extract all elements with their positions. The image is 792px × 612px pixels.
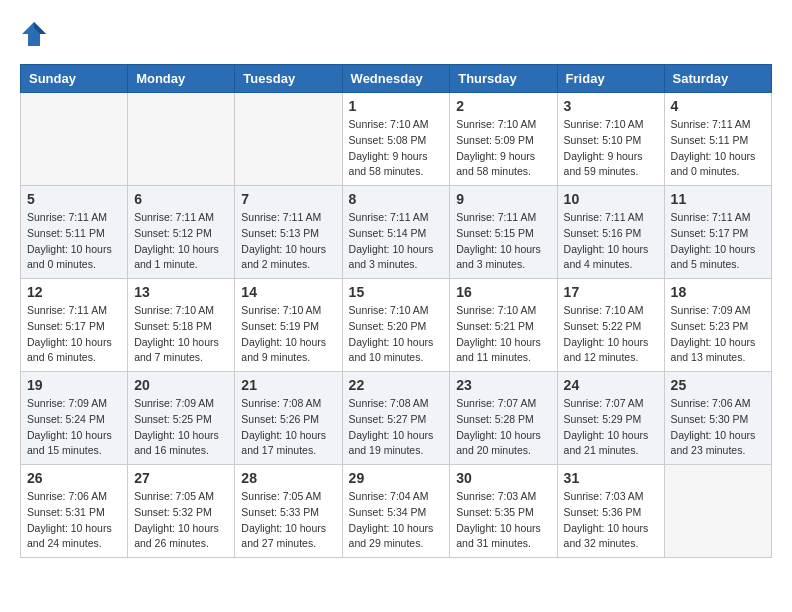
day-info: Sunrise: 7:10 AMSunset: 5:21 PMDaylight:…: [456, 303, 550, 366]
calendar-table: SundayMondayTuesdayWednesdayThursdayFrid…: [20, 64, 772, 558]
day-number: 1: [349, 98, 444, 114]
calendar-day-cell: [128, 93, 235, 186]
calendar-day-cell: 3Sunrise: 7:10 AMSunset: 5:10 PMDaylight…: [557, 93, 664, 186]
day-info: Sunrise: 7:11 AMSunset: 5:11 PMDaylight:…: [671, 117, 765, 180]
calendar-week-row: 26Sunrise: 7:06 AMSunset: 5:31 PMDayligh…: [21, 465, 772, 558]
day-number: 8: [349, 191, 444, 207]
day-number: 4: [671, 98, 765, 114]
calendar-day-cell: 8Sunrise: 7:11 AMSunset: 5:14 PMDaylight…: [342, 186, 450, 279]
day-number: 3: [564, 98, 658, 114]
day-number: 22: [349, 377, 444, 393]
calendar-day-cell: 10Sunrise: 7:11 AMSunset: 5:16 PMDayligh…: [557, 186, 664, 279]
day-info: Sunrise: 7:10 AMSunset: 5:18 PMDaylight:…: [134, 303, 228, 366]
day-info: Sunrise: 7:05 AMSunset: 5:33 PMDaylight:…: [241, 489, 335, 552]
calendar-day-cell: 18Sunrise: 7:09 AMSunset: 5:23 PMDayligh…: [664, 279, 771, 372]
day-number: 23: [456, 377, 550, 393]
calendar-day-cell: 15Sunrise: 7:10 AMSunset: 5:20 PMDayligh…: [342, 279, 450, 372]
day-info: Sunrise: 7:09 AMSunset: 5:23 PMDaylight:…: [671, 303, 765, 366]
day-info: Sunrise: 7:10 AMSunset: 5:20 PMDaylight:…: [349, 303, 444, 366]
day-info: Sunrise: 7:06 AMSunset: 5:31 PMDaylight:…: [27, 489, 121, 552]
day-info: Sunrise: 7:04 AMSunset: 5:34 PMDaylight:…: [349, 489, 444, 552]
calendar-day-cell: 4Sunrise: 7:11 AMSunset: 5:11 PMDaylight…: [664, 93, 771, 186]
calendar-day-cell: 1Sunrise: 7:10 AMSunset: 5:08 PMDaylight…: [342, 93, 450, 186]
day-number: 5: [27, 191, 121, 207]
day-number: 2: [456, 98, 550, 114]
calendar-day-cell: 31Sunrise: 7:03 AMSunset: 5:36 PMDayligh…: [557, 465, 664, 558]
calendar-day-cell: 14Sunrise: 7:10 AMSunset: 5:19 PMDayligh…: [235, 279, 342, 372]
calendar-day-cell: [664, 465, 771, 558]
day-info: Sunrise: 7:03 AMSunset: 5:36 PMDaylight:…: [564, 489, 658, 552]
calendar-day-cell: 26Sunrise: 7:06 AMSunset: 5:31 PMDayligh…: [21, 465, 128, 558]
day-info: Sunrise: 7:11 AMSunset: 5:16 PMDaylight:…: [564, 210, 658, 273]
weekday-header: Tuesday: [235, 65, 342, 93]
calendar-day-cell: 7Sunrise: 7:11 AMSunset: 5:13 PMDaylight…: [235, 186, 342, 279]
day-number: 28: [241, 470, 335, 486]
day-number: 25: [671, 377, 765, 393]
day-info: Sunrise: 7:08 AMSunset: 5:27 PMDaylight:…: [349, 396, 444, 459]
calendar-week-row: 1Sunrise: 7:10 AMSunset: 5:08 PMDaylight…: [21, 93, 772, 186]
day-info: Sunrise: 7:09 AMSunset: 5:24 PMDaylight:…: [27, 396, 121, 459]
calendar-day-cell: 22Sunrise: 7:08 AMSunset: 5:27 PMDayligh…: [342, 372, 450, 465]
weekday-header: Monday: [128, 65, 235, 93]
day-number: 15: [349, 284, 444, 300]
calendar-week-row: 19Sunrise: 7:09 AMSunset: 5:24 PMDayligh…: [21, 372, 772, 465]
day-number: 11: [671, 191, 765, 207]
day-info: Sunrise: 7:10 AMSunset: 5:19 PMDaylight:…: [241, 303, 335, 366]
day-number: 26: [27, 470, 121, 486]
calendar-day-cell: 11Sunrise: 7:11 AMSunset: 5:17 PMDayligh…: [664, 186, 771, 279]
calendar-day-cell: 2Sunrise: 7:10 AMSunset: 5:09 PMDaylight…: [450, 93, 557, 186]
day-number: 17: [564, 284, 658, 300]
calendar-week-row: 5Sunrise: 7:11 AMSunset: 5:11 PMDaylight…: [21, 186, 772, 279]
day-number: 10: [564, 191, 658, 207]
day-number: 29: [349, 470, 444, 486]
day-number: 18: [671, 284, 765, 300]
day-number: 24: [564, 377, 658, 393]
day-number: 12: [27, 284, 121, 300]
day-number: 20: [134, 377, 228, 393]
calendar-day-cell: 27Sunrise: 7:05 AMSunset: 5:32 PMDayligh…: [128, 465, 235, 558]
day-info: Sunrise: 7:10 AMSunset: 5:10 PMDaylight:…: [564, 117, 658, 180]
weekday-header: Friday: [557, 65, 664, 93]
calendar-day-cell: 16Sunrise: 7:10 AMSunset: 5:21 PMDayligh…: [450, 279, 557, 372]
calendar-day-cell: 30Sunrise: 7:03 AMSunset: 5:35 PMDayligh…: [450, 465, 557, 558]
day-info: Sunrise: 7:08 AMSunset: 5:26 PMDaylight:…: [241, 396, 335, 459]
calendar-day-cell: [21, 93, 128, 186]
day-info: Sunrise: 7:11 AMSunset: 5:17 PMDaylight:…: [671, 210, 765, 273]
day-number: 9: [456, 191, 550, 207]
day-info: Sunrise: 7:11 AMSunset: 5:15 PMDaylight:…: [456, 210, 550, 273]
calendar-header-row: SundayMondayTuesdayWednesdayThursdayFrid…: [21, 65, 772, 93]
calendar-day-cell: 28Sunrise: 7:05 AMSunset: 5:33 PMDayligh…: [235, 465, 342, 558]
day-info: Sunrise: 7:03 AMSunset: 5:35 PMDaylight:…: [456, 489, 550, 552]
day-number: 27: [134, 470, 228, 486]
day-number: 30: [456, 470, 550, 486]
day-number: 16: [456, 284, 550, 300]
logo: [20, 20, 50, 48]
calendar-day-cell: 24Sunrise: 7:07 AMSunset: 5:29 PMDayligh…: [557, 372, 664, 465]
day-number: 13: [134, 284, 228, 300]
day-info: Sunrise: 7:09 AMSunset: 5:25 PMDaylight:…: [134, 396, 228, 459]
day-info: Sunrise: 7:07 AMSunset: 5:28 PMDaylight:…: [456, 396, 550, 459]
day-info: Sunrise: 7:11 AMSunset: 5:17 PMDaylight:…: [27, 303, 121, 366]
calendar-day-cell: 12Sunrise: 7:11 AMSunset: 5:17 PMDayligh…: [21, 279, 128, 372]
logo-icon: [20, 20, 48, 48]
day-info: Sunrise: 7:06 AMSunset: 5:30 PMDaylight:…: [671, 396, 765, 459]
calendar-day-cell: 23Sunrise: 7:07 AMSunset: 5:28 PMDayligh…: [450, 372, 557, 465]
weekday-header: Sunday: [21, 65, 128, 93]
calendar-day-cell: 21Sunrise: 7:08 AMSunset: 5:26 PMDayligh…: [235, 372, 342, 465]
day-info: Sunrise: 7:10 AMSunset: 5:09 PMDaylight:…: [456, 117, 550, 180]
day-info: Sunrise: 7:05 AMSunset: 5:32 PMDaylight:…: [134, 489, 228, 552]
day-info: Sunrise: 7:11 AMSunset: 5:12 PMDaylight:…: [134, 210, 228, 273]
calendar-week-row: 12Sunrise: 7:11 AMSunset: 5:17 PMDayligh…: [21, 279, 772, 372]
day-info: Sunrise: 7:11 AMSunset: 5:11 PMDaylight:…: [27, 210, 121, 273]
day-number: 7: [241, 191, 335, 207]
calendar-day-cell: 6Sunrise: 7:11 AMSunset: 5:12 PMDaylight…: [128, 186, 235, 279]
day-number: 6: [134, 191, 228, 207]
calendar-day-cell: 19Sunrise: 7:09 AMSunset: 5:24 PMDayligh…: [21, 372, 128, 465]
day-info: Sunrise: 7:10 AMSunset: 5:08 PMDaylight:…: [349, 117, 444, 180]
calendar-day-cell: 29Sunrise: 7:04 AMSunset: 5:34 PMDayligh…: [342, 465, 450, 558]
weekday-header: Saturday: [664, 65, 771, 93]
day-number: 14: [241, 284, 335, 300]
day-info: Sunrise: 7:11 AMSunset: 5:13 PMDaylight:…: [241, 210, 335, 273]
page-header: [20, 20, 772, 48]
calendar-day-cell: 5Sunrise: 7:11 AMSunset: 5:11 PMDaylight…: [21, 186, 128, 279]
